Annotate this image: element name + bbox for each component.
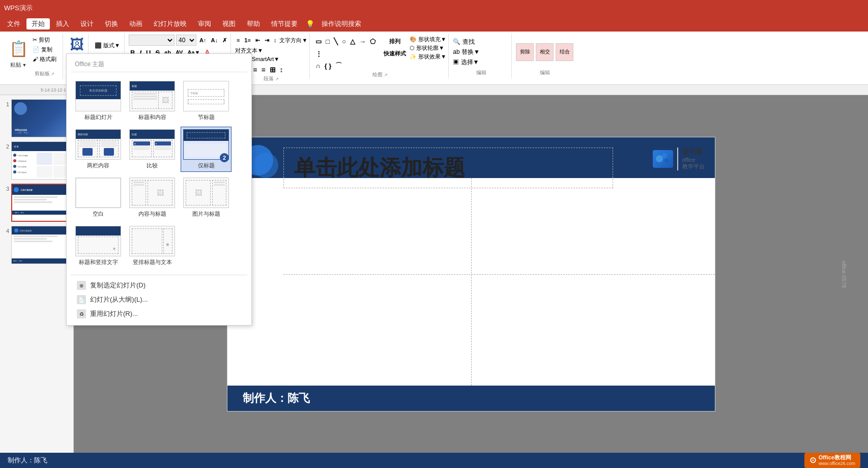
copy-button[interactable]: 📄 复制 xyxy=(31,45,59,54)
layout-dropdown: Office 主题 单击添加标题 副标题 标题幻灯片 标题 xyxy=(66,53,252,326)
slide-thumb-1: 1 四季会议总结 ——汇报人：某某人 xyxy=(2,99,71,137)
menu-transition[interactable]: 切换 xyxy=(100,18,123,30)
font-size-select[interactable]: 40 xyxy=(176,35,196,46)
canvas-title-box[interactable]: 单击此处添加标题 xyxy=(283,148,613,188)
fill-button[interactable]: 🎨 形状填充▼ xyxy=(410,36,446,43)
cut-button[interactable]: ✂ 剪切 xyxy=(31,36,59,44)
quick-styles-button[interactable]: 快速样式 xyxy=(382,48,408,59)
layout-section-header-name: 节标题 xyxy=(198,113,215,121)
title-bar: WPS演示 xyxy=(0,0,868,16)
brace-button[interactable]: { } xyxy=(323,60,333,71)
logo-sub-text: office教学平台 xyxy=(682,157,705,170)
slide-canvas[interactable]: 单击此处添加标题 读书屋 office教学平台 xyxy=(227,137,715,412)
menu-help[interactable]: 帮助 xyxy=(242,18,265,30)
menu-insert[interactable]: 插入 xyxy=(51,18,74,30)
rect2-button[interactable]: □ xyxy=(324,36,331,47)
effects-button[interactable]: ✨ 形状效果▼ xyxy=(410,53,446,61)
indent-less-button[interactable]: ⇤ xyxy=(254,35,262,46)
select-button[interactable]: ▣ 选择▼ xyxy=(453,58,509,67)
cut2-button[interactable]: 剪除 xyxy=(516,43,534,61)
canvas-bottom-bar: 制作人：陈飞 xyxy=(227,386,715,411)
format-paint-button[interactable]: 🖌 格式刷 xyxy=(31,55,59,64)
slide-preview-4[interactable]: 工作计划总结 制作人：陈飞 xyxy=(11,226,71,264)
rect-button[interactable]: ▭ xyxy=(314,36,323,47)
circle-button[interactable]: ○ xyxy=(340,36,348,47)
layout-comparison-name: 比较 xyxy=(147,162,158,169)
layout-title-only[interactable]: 仅标题 2 xyxy=(181,127,232,172)
svg-point-0 xyxy=(656,155,663,162)
menu-slideshow[interactable]: 幻灯片放映 xyxy=(149,18,192,30)
pentagon-button[interactable]: ⬠ xyxy=(368,36,377,47)
shape4-button[interactable]: ⌒ xyxy=(334,60,343,71)
menu-animation[interactable]: 动画 xyxy=(124,18,148,30)
more-shapes-button[interactable]: ⋮ xyxy=(314,48,324,59)
columns-button[interactable]: ⊞ xyxy=(268,64,277,75)
slide-thumb-4: 4 工作计划总结 制作人：陈飞 xyxy=(2,226,71,264)
slide-preview-2[interactable]: 目录 下半年工作概述 工作情况总结 工作计划目标 工作计划总结 xyxy=(11,141,71,180)
font-decrease-button[interactable]: A↓ xyxy=(209,35,219,46)
logo-icon xyxy=(653,150,673,168)
line-spacing2-button[interactable]: ↕ xyxy=(278,64,285,75)
slide-preview-3[interactable]: 工作计划目标 制作人：陈飞 xyxy=(11,184,71,222)
slide-preview-1[interactable]: 四季会议总结 ——汇报人：某某人 xyxy=(11,99,71,137)
arrange-button[interactable]: 排列 xyxy=(382,36,408,47)
layout-title-content[interactable]: 标题 🖼 标题和内容 xyxy=(127,78,178,124)
curve-button[interactable]: ∩ xyxy=(314,60,322,71)
layout-vertical-title[interactable]: 标题 竖排标题与文本 xyxy=(127,223,178,269)
layout-comparison[interactable]: 比较 A B 比较 xyxy=(127,127,178,172)
canvas-logo: 读书屋 office教学平台 xyxy=(653,148,705,170)
layout-button[interactable]: ⬛ 版式▼ xyxy=(93,41,122,50)
duplicate-slide-item[interactable]: ⊕ 复制选定幻灯片(D) xyxy=(71,278,247,292)
layout-section-header[interactable]: 节标题 节标题 xyxy=(181,78,232,124)
slide-thumb-2: 2 目录 下半年工作概述 工作情况总结 工作计划目标 工作计划总结 xyxy=(2,141,71,180)
arrow-button[interactable]: → xyxy=(358,36,367,47)
menu-view[interactable]: 视图 xyxy=(217,18,241,30)
menu-home[interactable]: 开始 xyxy=(26,18,50,30)
office-watermark: office 0578 xyxy=(841,260,847,288)
slide-number-3: 3 xyxy=(2,186,9,192)
layout-title-slide[interactable]: 单击添加标题 副标题 标题幻灯片 xyxy=(73,78,124,124)
menu-search[interactable]: 操作说明搜索 xyxy=(316,18,366,30)
line-spacing-button[interactable]: ↕ xyxy=(272,35,278,46)
font-increase-button[interactable]: A↑ xyxy=(198,35,208,46)
paste-button[interactable]: 📋 粘贴▼ xyxy=(8,36,28,77)
find-button[interactable]: 🔍 查找 xyxy=(453,38,509,46)
menu-file[interactable]: 文件 xyxy=(2,18,25,30)
canvas-title-text: 单击此处添加标题 xyxy=(294,154,465,182)
slide-panel: 1 四季会议总结 ——汇报人：某某人 2 目录 xyxy=(0,95,74,453)
numbering-button[interactable]: 1≡ xyxy=(243,35,252,46)
layout-section-header-preview: 节标题 xyxy=(183,81,229,111)
line-button[interactable]: ╲ xyxy=(332,36,339,47)
font-name-select[interactable] xyxy=(129,35,175,46)
layout-title-vertical-preview: 文字 xyxy=(75,226,121,256)
replace-button[interactable]: ab 替换▼ xyxy=(453,48,509,56)
align-right-button[interactable]: ≡ xyxy=(251,64,258,75)
reuse-slide-item[interactable]: ♻ 重用幻灯片(R)... xyxy=(71,307,247,321)
clear-format-button[interactable]: ✗ xyxy=(221,35,228,46)
office365-badge: ⊙ Office教程网 www.office26.com xyxy=(804,453,860,468)
layout-title-content-preview: 标题 🖼 xyxy=(129,81,175,111)
layout-title-slide-name: 标题幻灯片 xyxy=(84,113,112,121)
indent-more-button[interactable]: ⇥ xyxy=(263,35,271,46)
menu-review[interactable]: 审阅 xyxy=(193,18,216,30)
layout-blank[interactable]: 空白 xyxy=(73,175,124,220)
svg-point-2 xyxy=(664,159,669,163)
merge-button[interactable]: 相交 xyxy=(536,43,554,61)
layout-picture-caption[interactable]: 🖼 图片与标题 xyxy=(181,175,232,220)
from-outline-item[interactable]: 📄 幻灯片(从大纲)(L)... xyxy=(71,292,247,307)
outline-button[interactable]: ⬡ 形状轮廓▼ xyxy=(410,44,446,52)
layout-two-content[interactable]: 两栏内容 两栏内容 xyxy=(73,127,124,172)
layout-title-vertical[interactable]: 文字 标题和竖排文字 xyxy=(73,223,124,269)
slide-content: 单击此处添加标题 读书屋 office教学平台 xyxy=(227,137,715,411)
menu-design[interactable]: 设计 xyxy=(75,18,99,30)
menu-contextprompt[interactable]: 情节提要 xyxy=(266,18,303,30)
triangle-button[interactable]: △ xyxy=(349,36,357,47)
justify-button[interactable]: ≡ xyxy=(259,64,267,75)
bullet-button[interactable]: ≡ xyxy=(235,35,241,46)
clipboard-small-buttons: ✂ 剪切 📄 复制 🖌 格式刷 剪贴板 ↗ xyxy=(31,36,59,77)
from-outline-icon: 📄 xyxy=(77,295,86,304)
text-direction-button[interactable]: 文字方向▼ xyxy=(279,37,307,44)
layout-blank-preview xyxy=(75,178,121,208)
combine-button[interactable]: 结合 xyxy=(556,43,573,61)
layout-content-caption[interactable]: 🖼 内容与标题 xyxy=(127,175,178,220)
